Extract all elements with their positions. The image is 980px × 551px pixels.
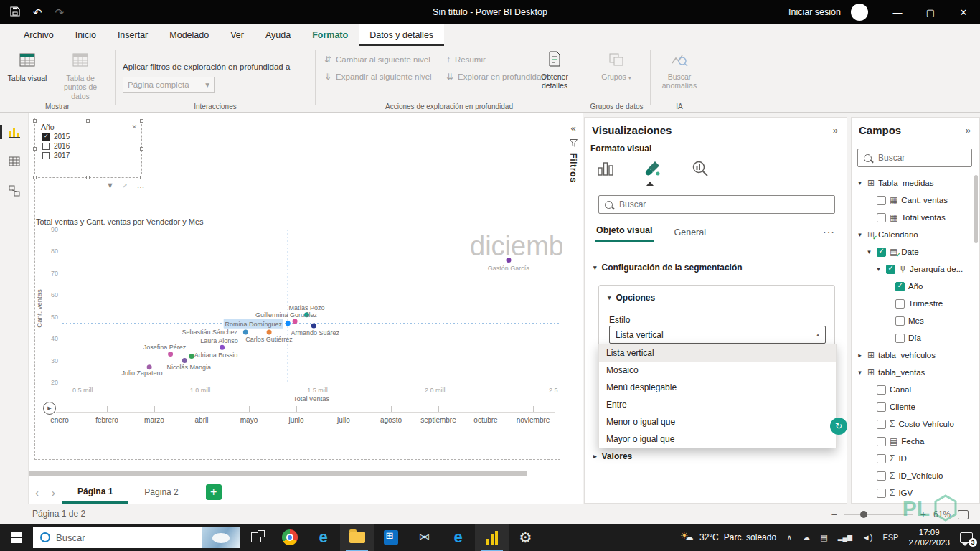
scatter-point-adriana-bossio[interactable] — [189, 354, 194, 359]
next-page-chevron[interactable]: › — [45, 486, 62, 499]
prev-page-chevron[interactable]: ‹ — [29, 486, 45, 499]
language-indicator[interactable]: ESP — [882, 533, 898, 542]
field-checkbox[interactable] — [877, 213, 886, 222]
scatter-point-nicolás-mangia[interactable] — [182, 358, 187, 363]
filter-icon[interactable]: ▼ — [106, 181, 114, 189]
notifications-icon[interactable]: 3 — [960, 532, 973, 543]
expand-filters-chevron[interactable]: « — [570, 123, 575, 133]
page-tab-página-2[interactable]: Página 2 — [128, 481, 194, 504]
field-checkbox[interactable] — [877, 471, 886, 481]
mail-icon[interactable]: ✉ — [407, 524, 441, 551]
clock[interactable]: 17:09 27/02/2023 — [908, 527, 950, 548]
field-item-jerarquía-de-[interactable]: ▾⋔Jerarquía de... — [852, 260, 979, 278]
month-label-agosto[interactable]: agosto — [380, 416, 402, 424]
zoom-out-button[interactable]: − — [831, 509, 837, 520]
dropdown-option-lista-vertical[interactable]: Lista vertical — [599, 344, 836, 362]
zoom-slider[interactable] — [844, 514, 913, 515]
field-checkbox[interactable] — [877, 489, 886, 498]
chrome-icon[interactable] — [273, 524, 306, 551]
field-item-tabla_vehículos[interactable]: ▸⊞tabla_vehículos — [852, 347, 979, 364]
ribbon-tab-ver[interactable]: Ver — [220, 24, 255, 46]
field-checkbox[interactable] — [895, 334, 905, 343]
horizontal-scrollbar[interactable] — [29, 471, 527, 476]
summarize-button[interactable]: ↑Resumir — [446, 55, 486, 65]
save-icon[interactable] — [10, 6, 20, 18]
expand-chevron-icon[interactable]: ▾ — [875, 265, 882, 273]
month-label-mayo[interactable]: mayo — [240, 416, 258, 424]
play-button[interactable]: ▶ — [43, 402, 56, 415]
scatter-point-josefina-pérez[interactable] — [168, 352, 173, 357]
field-item-día[interactable]: Día — [852, 329, 979, 347]
zoom-in-button[interactable]: + — [920, 509, 926, 520]
page-tab-página-1[interactable]: Página 1 — [62, 481, 128, 504]
month-label-noviembre[interactable]: noviembre — [517, 416, 550, 424]
find-anomalies-button[interactable]: Buscar anomalías — [654, 50, 705, 90]
model-view-button[interactable] — [5, 182, 24, 200]
ribbon-tab-insertar[interactable]: Insertar — [107, 24, 159, 46]
fields-search-input[interactable] — [877, 152, 966, 164]
settings-icon[interactable]: ⚙ — [509, 524, 542, 551]
field-item-total-ventas[interactable]: ▦Total ventas — [852, 209, 979, 226]
close-button[interactable]: ✕ — [947, 0, 980, 24]
field-item-fecha[interactable]: ▤Fecha — [852, 433, 979, 450]
fields-search[interactable] — [857, 149, 972, 167]
slicer-checkbox[interactable] — [42, 143, 50, 150]
field-checkbox[interactable] — [895, 299, 905, 309]
scatter-point-romina-domínguez[interactable] — [286, 321, 291, 326]
more-options-icon[interactable]: … — [136, 181, 144, 189]
search-highlight-image[interactable] — [202, 527, 240, 548]
slicer-item-2017[interactable]: 2017 — [35, 150, 141, 159]
format-search[interactable] — [598, 195, 835, 214]
ribbon-tab-ayuda[interactable]: Ayuda — [255, 24, 301, 46]
field-checkbox[interactable] — [877, 402, 886, 412]
focus-mode-icon[interactable]: ↕ — [121, 181, 129, 189]
scatter-point-carlos-gutiérrez[interactable] — [267, 330, 272, 335]
values-section[interactable]: ▸ Valores — [593, 451, 632, 461]
options-header[interactable]: ▾ Opciones — [599, 286, 834, 303]
scatter-point-sebastián-sánchez[interactable] — [243, 330, 248, 335]
slicer-visual-anio[interactable]: Año ✕ 201520162017 — [34, 121, 142, 178]
minimize-button[interactable]: — — [881, 0, 914, 24]
start-button[interactable] — [0, 524, 33, 551]
onedrive-icon[interactable]: ☁ — [802, 533, 810, 542]
display-icon[interactable]: ▤ — [820, 533, 827, 542]
hidden-icons-chevron[interactable]: ∧ — [786, 533, 792, 542]
field-item-id[interactable]: ΣID — [852, 450, 979, 467]
expand-chevron-icon[interactable]: ▾ — [856, 369, 864, 376]
ribbon-tab-datos-y-detalles[interactable]: Datos y detalles — [359, 24, 444, 46]
ribbon-tab-modelado[interactable]: Modelado — [159, 24, 220, 46]
report-view-button[interactable] — [5, 123, 24, 141]
table-visual-button[interactable]: Tabla visual — [1, 50, 53, 83]
get-details-button[interactable]: Obtener detalles — [531, 49, 578, 90]
month-label-febrero[interactable]: febrero — [95, 416, 118, 424]
drill-scope-dropdown[interactable]: Página completa▾ — [123, 77, 215, 93]
field-checkbox[interactable] — [877, 437, 886, 446]
slicer-item-2016[interactable]: 2016 — [35, 141, 141, 150]
field-item-tabla_medidas[interactable]: ▾⊞Tabla_medidas — [852, 174, 979, 192]
slicer-settings-section[interactable]: ▾ Configuración de la segmentación — [593, 263, 743, 273]
field-checkbox[interactable] — [877, 248, 886, 257]
field-item-cant-ventas[interactable]: ▦Cant. ventas — [852, 192, 979, 209]
field-item-cliente[interactable]: Cliente — [852, 398, 979, 415]
field-item-igv[interactable]: ΣIGV — [852, 484, 979, 501]
month-label-junio[interactable]: junio — [288, 416, 303, 424]
edge-legacy-icon[interactable]: e — [441, 524, 475, 551]
groups-button[interactable]: Grupos ▾ — [590, 50, 642, 81]
expand-chevron-icon[interactable]: ▾ — [856, 231, 864, 238]
field-checkbox[interactable] — [895, 316, 905, 326]
expand-chevron-icon[interactable]: ▸ — [856, 352, 864, 359]
undo-icon[interactable]: ↶ — [33, 7, 42, 18]
field-item-tabla_ventas[interactable]: ▾⊞tabla_ventas — [852, 364, 979, 381]
scatter-point-laura-alonso[interactable] — [220, 345, 225, 350]
field-checkbox[interactable] — [886, 265, 895, 274]
analytics-icon[interactable] — [689, 157, 711, 180]
sign-in-button[interactable]: Iniciar sesión — [788, 7, 841, 17]
month-label-marzo[interactable]: marzo — [144, 416, 164, 424]
task-view-icon[interactable] — [240, 524, 273, 551]
file-explorer-icon[interactable] — [340, 524, 374, 551]
zoom-slider-handle[interactable] — [860, 511, 867, 518]
expand-chevron-icon[interactable]: ▾ — [865, 248, 873, 255]
fields-scrollbar[interactable] — [974, 175, 978, 243]
slicer-checkbox[interactable] — [42, 133, 50, 141]
tab-general[interactable]: General — [673, 227, 707, 242]
